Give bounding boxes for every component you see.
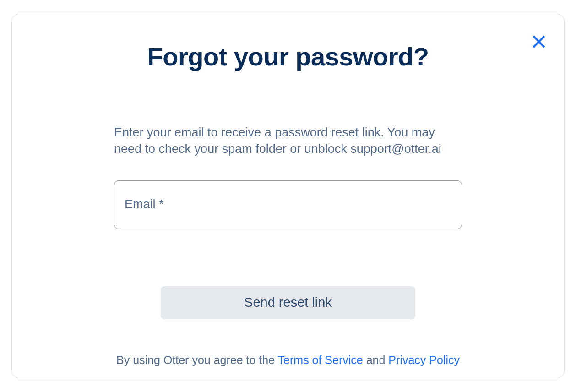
close-icon — [531, 33, 547, 50]
footer-middle: and — [363, 354, 389, 366]
email-field[interactable] — [114, 180, 462, 229]
footer-agreement: By using Otter you agree to the Terms of… — [12, 354, 564, 367]
dialog-title: Forgot your password? — [12, 42, 564, 71]
dialog-description: Enter your email to receive a password r… — [114, 124, 462, 158]
forgot-password-dialog: Forgot your password? Enter your email t… — [11, 14, 565, 378]
footer-prefix: By using Otter you agree to the — [116, 354, 278, 366]
dialog-content: Enter your email to receive a password r… — [114, 71, 462, 229]
close-button[interactable] — [530, 33, 548, 51]
send-reset-link-button[interactable]: Send reset link — [161, 286, 415, 319]
terms-of-service-link[interactable]: Terms of Service — [278, 354, 363, 366]
privacy-policy-link[interactable]: Privacy Policy — [388, 354, 460, 366]
